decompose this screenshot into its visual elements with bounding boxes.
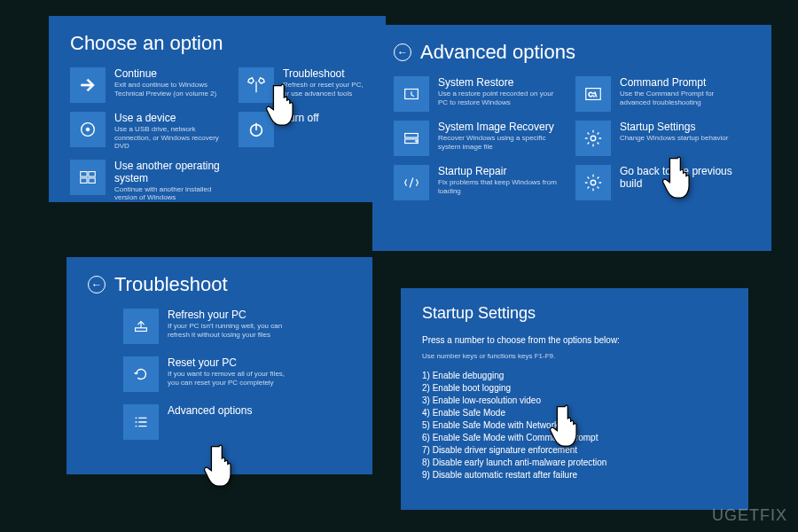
windows-icon: [70, 160, 106, 195]
troubleshoot-panel: ← Troubleshoot Refresh your PCIf your PC…: [66, 257, 372, 474]
disc-icon: [70, 112, 106, 147]
hint: Use number keys or functions keys F1-F9.: [422, 352, 727, 360]
continue-tile[interactable]: ContinueExit and continue to Windows Tec…: [70, 67, 221, 103]
choose-option-panel: Choose an option ContinueExit and contin…: [49, 16, 386, 202]
gear-icon: [575, 121, 611, 156]
reset-pc-tile[interactable]: Reset your PCIf you want to remove all o…: [123, 356, 287, 392]
list-item[interactable]: 6) Enable Safe Mode with Command Prompt: [422, 433, 727, 442]
go-back-tile[interactable]: Go back to the previous build: [575, 165, 739, 200]
system-image-tile[interactable]: System Image RecoveryRecover Windows usi…: [394, 121, 558, 156]
tile-grid: ContinueExit and continue to Windows Tec…: [70, 67, 364, 202]
list-item[interactable]: 7) Disable driver signature enforcement: [422, 445, 727, 455]
power-icon: [239, 112, 274, 147]
list-item[interactable]: 8) Disable early launch anti-malware pro…: [422, 458, 727, 467]
list-icon: [123, 404, 159, 440]
arrow-right-icon: [70, 67, 106, 103]
refresh-pc-tile[interactable]: Refresh your PCIf your PC isn't running …: [123, 309, 287, 344]
troubleshoot-tile[interactable]: TroubleshootRefresh or reset your PC, or…: [239, 67, 372, 103]
svg-rect-4: [81, 178, 87, 184]
page-title: Choose an option: [70, 32, 364, 55]
svg-rect-16: [136, 328, 147, 332]
startup-repair-tile[interactable]: Startup RepairFix problems that keep Win…: [394, 165, 558, 200]
svg-text:C:\: C:\: [589, 90, 598, 98]
gear-icon: [575, 165, 611, 200]
advanced-options-panel: ← Advanced options System RestoreUse a r…: [372, 25, 771, 251]
restore-icon: [394, 76, 429, 112]
svg-rect-2: [81, 171, 87, 176]
back-icon[interactable]: ←: [394, 43, 411, 61]
svg-rect-5: [89, 178, 95, 184]
svg-point-1: [86, 128, 90, 131]
list-item[interactable]: 4) Enable Safe Mode: [422, 408, 727, 418]
subtitle: Press a number to choose from the option…: [422, 335, 727, 345]
tile-grid: System RestoreUse a restore point record…: [394, 76, 750, 200]
startup-settings-panel: Startup Settings Press a number to choos…: [401, 288, 748, 510]
command-prompt-tile[interactable]: C:\ Command PromptUse the Command Prompt…: [575, 76, 739, 112]
drive-icon: [394, 121, 429, 156]
turnoff-tile[interactable]: Turn off: [239, 112, 372, 147]
list-item[interactable]: 3) Enable low-resolution video: [422, 395, 727, 405]
tile-grid: Refresh your PCIf your PC isn't running …: [88, 309, 351, 440]
use-device-tile[interactable]: Use a deviceUse a USB drive, network con…: [70, 112, 221, 151]
page-title: ← Advanced options: [394, 41, 750, 64]
svg-point-14: [591, 136, 596, 141]
list-item[interactable]: 2) Enable boot logging: [422, 383, 727, 393]
svg-point-15: [591, 180, 596, 185]
tools-icon: [239, 67, 274, 103]
use-os-tile[interactable]: Use another operating systemContinue wit…: [70, 160, 221, 202]
startup-settings-tile[interactable]: Startup SettingsChange Windows startup b…: [575, 121, 739, 156]
system-restore-tile[interactable]: System RestoreUse a restore point record…: [394, 76, 558, 112]
list-item[interactable]: 9) Disable automatic restart after failu…: [422, 470, 727, 480]
watermark: UGETFIX: [712, 506, 787, 525]
svg-point-11: [416, 140, 418, 142]
page-title: ← Troubleshoot: [88, 273, 351, 296]
list-item[interactable]: 1) Enable debugging: [422, 371, 727, 380]
back-icon[interactable]: ←: [88, 276, 106, 293]
reset-icon: [123, 356, 159, 392]
refresh-icon: [123, 309, 159, 344]
advanced-options-tile[interactable]: Advanced options: [123, 404, 287, 440]
options-list: 1) Enable debugging 2) Enable boot loggi…: [422, 371, 727, 480]
svg-rect-9: [405, 134, 419, 138]
repair-icon: [394, 165, 429, 200]
page-title: Startup Settings: [422, 304, 727, 323]
terminal-icon: C:\: [575, 76, 611, 112]
list-item[interactable]: 5) Enable Safe Mode with Networking: [422, 420, 727, 430]
svg-rect-3: [89, 171, 95, 176]
